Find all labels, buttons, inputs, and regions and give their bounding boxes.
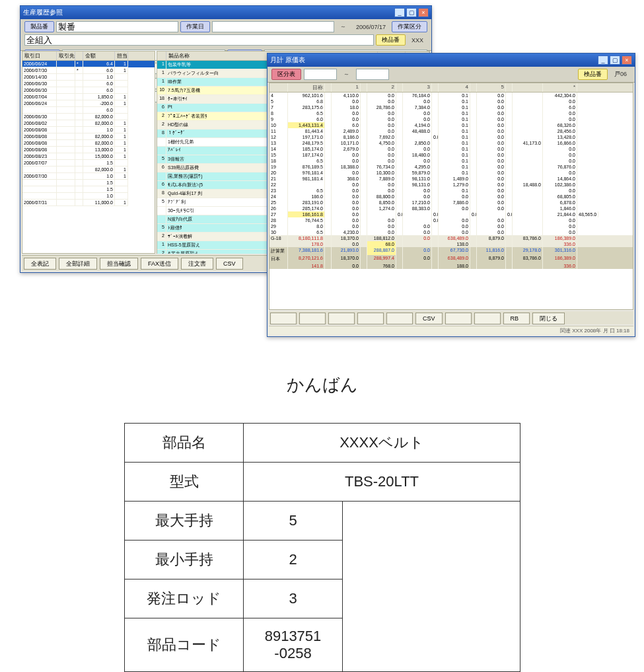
toolbar-field[interactable] <box>212 21 334 32</box>
cost-grid[interactable]: 目称12345*4962,101.64,110.00.076,184.00.10… <box>269 83 633 310</box>
section-button[interactable]: 区分表 <box>271 69 301 80</box>
range-sep: ～ <box>340 69 353 80</box>
kanban-value: XXXXベルト <box>244 424 520 463</box>
footer-閉じる-button[interactable]: 閉じる <box>532 313 565 324</box>
toolbar-作業区分-button[interactable]: 作業区分 <box>392 21 427 32</box>
footer-blank-button[interactable] <box>299 313 326 324</box>
footer-CSV-button[interactable]: CSV <box>216 258 243 270</box>
toolbar-label: ～ <box>336 21 350 32</box>
kanban-label: 部品コード <box>125 618 244 672</box>
range-to-input[interactable] <box>356 69 389 80</box>
footer-全表記-button[interactable]: 全表記 <box>24 258 56 270</box>
toolbar-label: XXX <box>408 34 427 46</box>
kanban-empty <box>343 502 520 672</box>
close-icon[interactable]: × <box>622 56 632 65</box>
kanban-value: 2 <box>244 541 343 579</box>
close-icon[interactable]: × <box>418 8 429 17</box>
range-from-input[interactable] <box>304 69 337 80</box>
footer-担当確認-button[interactable]: 担当確認 <box>100 258 138 270</box>
kanban-value: 8913751 -0258 <box>244 618 343 672</box>
window-title: 生産履歴参照 <box>23 8 63 17</box>
footer-全部詳細-button[interactable]: 全部詳細 <box>59 258 97 270</box>
tag-label: 戸06 <box>610 69 631 80</box>
footer-blank-button[interactable] <box>270 313 297 324</box>
footer-blank-button[interactable] <box>386 313 413 324</box>
toolbar-検品番-button[interactable]: 検品番 <box>376 34 406 46</box>
kanban-label: 発注ロッド <box>125 579 244 618</box>
footer-RB-button[interactable]: RB <box>503 313 530 324</box>
footer-blank-button[interactable] <box>474 313 501 324</box>
titlebar[interactable]: 月計 原価表 _ ▢ × <box>268 54 635 67</box>
footer-blank-button[interactable] <box>328 313 355 324</box>
toolbar-label: 2006/07/17 <box>352 21 390 32</box>
cost-summary-window: 月計 原価表 _ ▢ × 区分表 ～ 検品番 戸06 目称12345*4962,… <box>267 53 635 337</box>
kanban-value: 3 <box>244 579 343 618</box>
toolbar: 区分表 ～ 検品番 戸06 <box>268 67 635 83</box>
footer-注文書-button[interactable]: 注文書 <box>181 258 213 270</box>
footer-blank-button[interactable] <box>445 313 472 324</box>
toolbar-field[interactable] <box>24 34 374 46</box>
footer-CSV-button[interactable]: CSV <box>415 313 443 324</box>
inspect-button[interactable]: 検品番 <box>578 69 608 80</box>
kanban-label: 部品名 <box>125 424 244 463</box>
window-title: 月計 原価表 <box>270 56 305 65</box>
titlebar[interactable]: 生産履歴参照 _ ▢ × <box>20 6 431 19</box>
maximize-icon[interactable]: ▢ <box>610 56 620 65</box>
maximize-icon[interactable]: ▢ <box>406 8 417 17</box>
minimize-icon[interactable]: _ <box>394 8 405 17</box>
kanban-heading: かんばん <box>0 373 644 396</box>
left-grid[interactable]: 取引日取引先金額担当2006/06/24*6.412006/07/30*6.01… <box>22 51 155 254</box>
footer-FAX送信-button[interactable]: FAX送信 <box>141 258 178 270</box>
kanban-value: 5 <box>244 502 343 541</box>
footer-toolbar: CSVRB閉じる <box>269 311 633 324</box>
kanban-label: 最大手持 <box>125 502 244 541</box>
toolbar-作業日-button[interactable]: 作業日 <box>180 21 210 32</box>
toolbar: 製品番作業日～2006/07/17作業区分検品番XXX取引先名FAX番号取引先製… <box>20 19 431 51</box>
minimize-icon[interactable]: _ <box>598 56 608 65</box>
status-bar: 関連 XXX 2008年 月 日 18:18 <box>269 326 633 335</box>
kanban-label: 型式 <box>125 463 244 502</box>
kanban-value: TBS-20LTT <box>244 463 520 502</box>
kanban-table: 部品名XXXXベルト型式TBS-20LTT最大手持5最小手持2発注ロッド3部品コ… <box>124 423 520 672</box>
toolbar-field[interactable] <box>56 21 178 32</box>
toolbar-製品番-button[interactable]: 製品番 <box>24 21 54 32</box>
kanban-label: 最小手持 <box>125 541 244 579</box>
footer-blank-button[interactable] <box>357 313 384 324</box>
